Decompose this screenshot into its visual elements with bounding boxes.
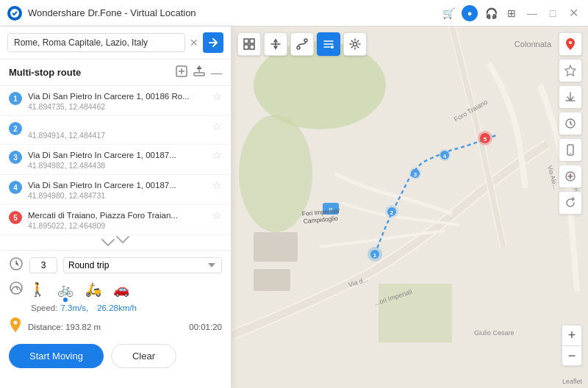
svg-rect-40 bbox=[244, 45, 248, 49]
speed-ms-value: 7.3m/s, bbox=[60, 303, 88, 312]
toolbar-route-button[interactable] bbox=[290, 32, 314, 56]
transport-car-button[interactable]: 🚗 bbox=[112, 280, 131, 299]
route-star-5[interactable]: ☆ bbox=[212, 209, 222, 221]
distance-row: Distance: 193.82 m 00:01:20 bbox=[9, 317, 222, 337]
collapse-icon[interactable]: — bbox=[211, 66, 222, 79]
time-value: 00:01:20 bbox=[189, 323, 222, 331]
route-list: 1 Via Di San Pietro In Carcere 1, 00186 … bbox=[0, 86, 231, 235]
search-clear-icon[interactable]: ✕ bbox=[190, 37, 198, 48]
svg-point-42 bbox=[297, 46, 300, 49]
trips-count-input[interactable] bbox=[29, 257, 57, 273]
svg-point-44 bbox=[331, 46, 334, 48]
svg-text:1: 1 bbox=[373, 252, 377, 259]
toolbar-arrows-button[interactable] bbox=[264, 32, 287, 56]
speed-icon bbox=[9, 281, 24, 298]
route-item-2[interactable]: 2 41.894914, 12.484417 ☆ bbox=[0, 116, 231, 145]
add-stop-icon[interactable] bbox=[176, 65, 187, 79]
speed-row: Speed: 7.3m/s, 26.28km/h bbox=[31, 303, 222, 312]
zoom-controls: + − bbox=[562, 325, 582, 366]
route-num-2: 2 bbox=[9, 122, 22, 135]
svg-text:3: 3 bbox=[414, 171, 417, 178]
route-star-3[interactable]: ☆ bbox=[212, 149, 222, 161]
svg-rect-10 bbox=[379, 284, 452, 342]
search-bar: ✕ bbox=[0, 26, 231, 60]
map-area[interactable]: 1 2 3 4 5 P Foro Traiano Via d... ...ori bbox=[232, 26, 588, 388]
multistop-actions: — bbox=[176, 65, 222, 79]
svg-rect-39 bbox=[250, 39, 254, 43]
history-icon[interactable] bbox=[559, 112, 582, 135]
route-text-2: 41.894914, 12.484417 bbox=[28, 121, 207, 140]
start-moving-button[interactable]: Start Moving bbox=[9, 344, 104, 368]
svg-rect-12 bbox=[254, 269, 290, 291]
minimize-button[interactable]: — bbox=[525, 6, 539, 21]
zoom-in-button[interactable]: + bbox=[562, 325, 582, 345]
toolbar-grid-button[interactable] bbox=[237, 32, 261, 56]
map-background: 1 2 3 4 5 P Foro Traiano Via d... ...ori bbox=[232, 26, 588, 388]
search-go-button[interactable] bbox=[203, 32, 223, 53]
svg-rect-38 bbox=[244, 39, 248, 43]
transport-options: 🚶 🚲 🛵 🚗 bbox=[28, 280, 131, 299]
route-coords-3: 41.894982, 12.484438 bbox=[28, 161, 207, 170]
route-star-4[interactable]: ☆ bbox=[212, 179, 222, 191]
refresh-icon[interactable] bbox=[559, 191, 582, 215]
route-num-4: 4 bbox=[9, 181, 22, 194]
download-icon[interactable] bbox=[559, 85, 582, 109]
route-star-2[interactable]: ☆ bbox=[212, 121, 222, 132]
export-icon[interactable] bbox=[193, 65, 205, 79]
transport-bike-button[interactable]: 🚲 bbox=[56, 280, 75, 299]
cart-icon[interactable]: 🛒 bbox=[441, 6, 456, 21]
leaflet-badge: Leaflet bbox=[562, 378, 582, 385]
route-name-5: Mercati di Traiano, Piazza Foro Traian..… bbox=[28, 209, 207, 221]
route-name-1: Via Di San Pietro In Carcere 1, 00186 Ro… bbox=[28, 90, 207, 102]
close-button[interactable]: ✕ bbox=[566, 6, 581, 21]
favorite-icon[interactable] bbox=[559, 59, 582, 82]
svg-point-45 bbox=[354, 43, 357, 46]
svg-point-43 bbox=[304, 39, 307, 42]
route-star-1[interactable]: ☆ bbox=[212, 90, 222, 102]
distance-value: Distance: 193.82 m bbox=[28, 323, 183, 331]
transport-row: 🚶 🚲 🛵 🚗 bbox=[9, 280, 222, 299]
transport-walk-button[interactable]: 🚶 bbox=[28, 280, 47, 299]
speed-kmh-value: 26.28km/h bbox=[97, 303, 137, 312]
svg-point-4 bbox=[10, 282, 22, 294]
route-item-5[interactable]: 5 Mercati di Traiano, Piazza Foro Traian… bbox=[0, 205, 231, 235]
route-name-2 bbox=[28, 121, 207, 131]
transport-scooter-button[interactable]: 🛵 bbox=[84, 280, 103, 299]
route-name-4: Via Di San Pietro In Carcere 1, 00187... bbox=[28, 179, 207, 191]
controls-section: Round trip One way Loop 🚶 🚲 bbox=[0, 250, 231, 374]
device-icon[interactable] bbox=[559, 138, 582, 162]
toolbar-multistop-button[interactable] bbox=[317, 32, 340, 56]
speed-label: Speed: bbox=[31, 303, 57, 312]
svg-point-5 bbox=[14, 321, 18, 325]
grid-icon[interactable]: ⊞ bbox=[504, 6, 519, 21]
route-item-1[interactable]: 1 Via Di San Pietro In Carcere 1, 00186 … bbox=[0, 86, 231, 116]
route-item-3[interactable]: 3 Via Di San Pietro In Carcere 1, 00187.… bbox=[0, 145, 231, 175]
trips-icon bbox=[9, 256, 24, 274]
compass-icon[interactable] bbox=[559, 165, 582, 188]
route-coords-1: 41.894735, 12.484462 bbox=[28, 102, 207, 111]
clear-button[interactable]: Clear bbox=[111, 344, 176, 368]
maximize-button[interactable]: □ bbox=[545, 6, 560, 21]
route-coords-4: 41.894980, 12.484731 bbox=[28, 191, 207, 200]
toolbar-settings-button[interactable] bbox=[343, 32, 367, 56]
expand-chevron[interactable] bbox=[0, 235, 231, 250]
route-item-4[interactable]: 4 Via Di San Pietro In Carcere 1, 00187.… bbox=[0, 175, 231, 205]
zoom-out-button[interactable]: − bbox=[562, 345, 582, 366]
svg-text:2: 2 bbox=[390, 209, 394, 216]
google-maps-icon[interactable] bbox=[559, 32, 582, 56]
svg-text:4: 4 bbox=[443, 153, 447, 159]
user-icon[interactable]: ● bbox=[462, 5, 478, 21]
search-input[interactable] bbox=[7, 33, 185, 52]
trip-type-select[interactable]: Round trip One way Loop bbox=[63, 257, 222, 273]
action-buttons: Start Moving Clear bbox=[9, 344, 222, 368]
svg-rect-11 bbox=[254, 232, 298, 262]
trips-row: Round trip One way Loop bbox=[9, 256, 222, 274]
route-text-4: Via Di San Pietro In Carcere 1, 00187...… bbox=[28, 179, 207, 200]
route-name-3: Via Di San Pietro In Carcere 1, 00187... bbox=[28, 149, 207, 161]
window-controls: 🛒 ● 🎧 ⊞ — □ ✕ bbox=[441, 5, 581, 21]
titlebar: Wondershare Dr.Fone - Virtual Location 🛒… bbox=[0, 0, 588, 26]
map-right-icons bbox=[559, 32, 582, 215]
route-coords-5: 41.895022, 12.464809 bbox=[28, 221, 207, 230]
route-num-1: 1 bbox=[9, 92, 22, 105]
headset-icon[interactable]: 🎧 bbox=[484, 6, 498, 21]
